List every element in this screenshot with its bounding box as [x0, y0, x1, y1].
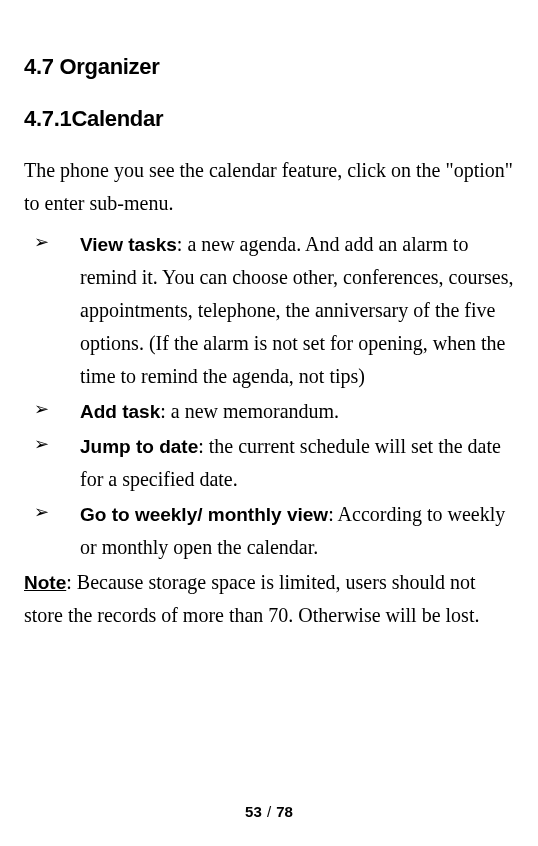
feature-list: ➢ View tasks: a new agenda. And add an a… — [24, 228, 514, 564]
note-paragraph: Note: Because storage space is limited, … — [24, 566, 514, 632]
list-item: ➢ View tasks: a new agenda. And add an a… — [24, 228, 514, 393]
item-label: Add task — [80, 401, 160, 422]
item-label: Go to weekly/ monthly view — [80, 504, 328, 525]
page-current: 53 — [245, 803, 262, 820]
item-label: View tasks — [80, 234, 177, 255]
note-text: : Because storage space is limited, user… — [24, 571, 479, 626]
bullet-icon: ➢ — [34, 430, 49, 460]
list-item: ➢ Jump to date: the current schedule wil… — [24, 430, 514, 496]
list-item: ➢ Add task: a new memorandum. — [24, 395, 514, 428]
bullet-icon: ➢ — [34, 228, 49, 258]
bullet-icon: ➢ — [34, 498, 49, 528]
item-text: : a new memorandum. — [160, 400, 339, 422]
bullet-icon: ➢ — [34, 395, 49, 425]
subsection-heading: 4.7.1Calendar — [24, 106, 514, 132]
section-heading: 4.7 Organizer — [24, 54, 514, 80]
list-item: ➢ Go to weekly/ monthly view: According … — [24, 498, 514, 564]
item-label: Jump to date — [80, 436, 198, 457]
note-label: Note — [24, 572, 66, 593]
page-separator: / — [267, 803, 271, 820]
intro-paragraph: The phone you see the calendar feature, … — [24, 154, 514, 220]
page-footer: 53 / 78 — [0, 803, 538, 820]
page-total: 78 — [276, 803, 293, 820]
item-text: : a new agenda. And add an alarm to remi… — [80, 233, 514, 387]
